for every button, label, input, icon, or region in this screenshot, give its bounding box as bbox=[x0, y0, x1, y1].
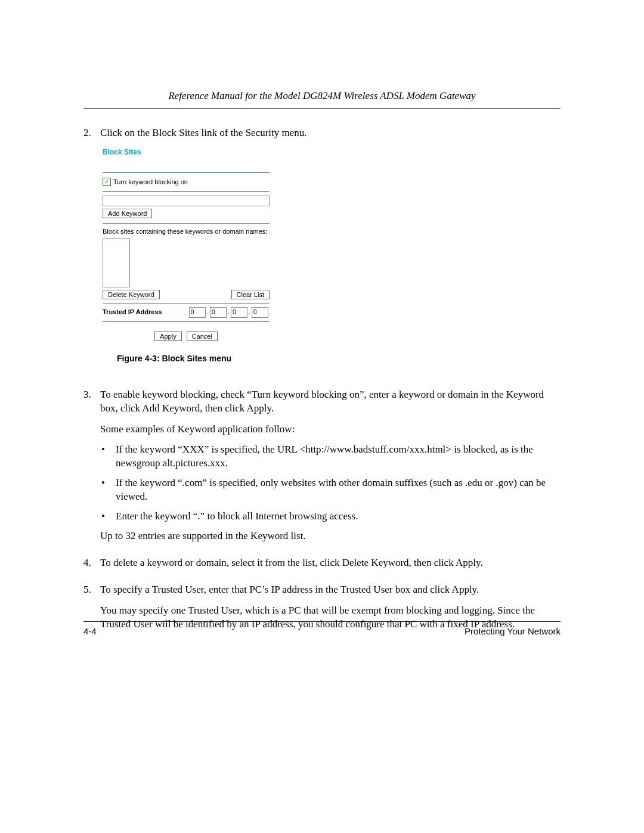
apply-button[interactable]: Apply bbox=[154, 332, 182, 341]
ip-octet-4[interactable]: 0 bbox=[252, 307, 268, 318]
list-item: • If the keyword “XXX” is specified, the… bbox=[100, 443, 561, 470]
trusted-ip-input-group: 0. 0. 0. 0 bbox=[188, 307, 270, 318]
block-list-label: Block sites containing these keywords or… bbox=[103, 227, 270, 236]
page-number: 4-4 bbox=[83, 625, 97, 637]
step-number: 2. bbox=[83, 126, 100, 382]
bullet-text: If the keyword “.com” is specified, only… bbox=[116, 476, 561, 504]
add-keyword-button[interactable]: Add Keyword bbox=[103, 209, 152, 218]
keyword-input[interactable] bbox=[103, 196, 270, 206]
page: Reference Manual for the Model DG824M Wi… bbox=[0, 0, 644, 833]
list-item-2: 2. Click on the Block Sites link of the … bbox=[83, 126, 561, 382]
page-footer: 4-4 Protecting Your Network bbox=[83, 621, 561, 637]
step-text: Some examples of Keyword application fol… bbox=[100, 423, 561, 436]
list-item-4: 4. To delete a keyword or domain, select… bbox=[83, 556, 561, 577]
list-item: • Enter the keyword “.” to block all Int… bbox=[100, 510, 561, 524]
trusted-ip-label: Trusted IP Address bbox=[103, 308, 162, 317]
turn-keyword-blocking-checkbox[interactable]: ✓ bbox=[103, 178, 111, 186]
bullet-text: If the keyword “XXX” is specified, the U… bbox=[116, 443, 561, 470]
ip-octet-3[interactable]: 0 bbox=[231, 307, 247, 318]
list-item-3: 3. To enable keyword blocking, check “Tu… bbox=[83, 388, 561, 550]
step-text: To specify a Trusted User, enter that PC… bbox=[100, 583, 561, 597]
step-text: To delete a keyword or domain, select it… bbox=[100, 556, 561, 570]
checkbox-label: Turn keyword blocking on bbox=[113, 178, 188, 187]
figure-caption: Figure 4-3: Block Sites menu bbox=[117, 353, 561, 364]
step-text: Up to 32 entries are supported in the Ke… bbox=[100, 529, 561, 543]
ip-octet-1[interactable]: 0 bbox=[189, 307, 206, 318]
bullet-icon: • bbox=[100, 476, 116, 504]
step-number: 3. bbox=[83, 388, 100, 550]
step-number: 4. bbox=[83, 556, 100, 577]
document-header: Reference Manual for the Model DG824M Wi… bbox=[83, 89, 561, 109]
block-sites-ui: Block Sites ✓ Turn keyword blocking on A… bbox=[103, 147, 270, 341]
ip-octet-2[interactable]: 0 bbox=[210, 307, 227, 318]
section-title: Protecting Your Network bbox=[465, 625, 561, 637]
step-text: Click on the Block Sites link of the Sec… bbox=[100, 126, 561, 140]
bullet-icon: • bbox=[100, 443, 116, 470]
bullet-text: Enter the keyword “.” to block all Inter… bbox=[116, 510, 358, 524]
list-item: • If the keyword “.com” is specified, on… bbox=[100, 476, 561, 504]
step-text: To enable keyword blocking, check “Turn … bbox=[100, 388, 561, 416]
clear-list-button[interactable]: Clear List bbox=[231, 290, 270, 299]
delete-keyword-button[interactable]: Delete Keyword bbox=[103, 290, 160, 299]
cancel-button[interactable]: Cancel bbox=[187, 332, 218, 341]
bullet-icon: • bbox=[100, 510, 116, 524]
ui-title: Block Sites bbox=[103, 147, 270, 157]
keyword-examples-list: • If the keyword “XXX” is specified, the… bbox=[100, 443, 561, 524]
keyword-listbox[interactable] bbox=[103, 239, 130, 287]
ordered-list: 2. Click on the Block Sites link of the … bbox=[83, 126, 561, 639]
